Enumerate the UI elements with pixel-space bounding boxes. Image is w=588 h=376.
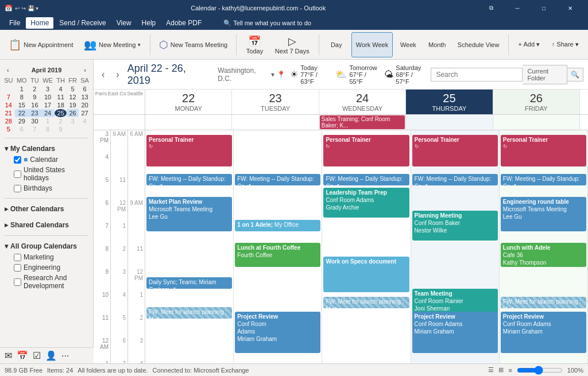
mini-cal-day[interactable]: 26 <box>67 109 79 117</box>
contacts-icon[interactable]: 👤 <box>45 350 57 361</box>
mini-cal-today[interactable]: 25 <box>55 109 67 117</box>
mini-cal-day[interactable]: 17 <box>41 101 55 109</box>
mini-cal-day[interactable]: 7 <box>29 125 41 133</box>
time-grid-scroll[interactable]: 3 PM 9 AM 6 AM 4 5 11 <box>94 130 588 363</box>
menu-adobe[interactable]: Adobe PDF <box>161 17 206 29</box>
week-view-button[interactable]: Week <box>395 32 421 57</box>
mini-cal-day[interactable]: 3 <box>67 117 79 125</box>
search-button[interactable]: 🔍 <box>567 68 583 82</box>
work-specs-wed[interactable]: Work on Specs document <box>323 257 409 292</box>
add-button[interactable]: + Add ▾ <box>513 32 544 57</box>
mini-cal-day[interactable]: 28 <box>2 117 15 125</box>
calendar-item-calendar[interactable]: ■ Calendar <box>5 154 88 165</box>
mini-cal-day[interactable]: 13 <box>79 93 91 101</box>
more-icon[interactable]: ··· <box>61 351 69 361</box>
maximize-button[interactable]: □ <box>531 0 557 16</box>
mini-cal-day[interactable]: 8 <box>15 93 29 101</box>
calendar-item-research[interactable]: Research And Development <box>5 273 88 291</box>
shared-calendars-header[interactable]: ▸ Shared Calendars <box>5 219 88 231</box>
fw-meeting-thu[interactable]: FW: Meeting -- Daily Standup: Co ↺ <box>412 174 498 185</box>
share-button[interactable]: ↑ Share ▾ <box>547 32 583 57</box>
search-input[interactable] <box>431 68 523 82</box>
mini-cal-day[interactable]: 27 <box>79 109 91 117</box>
location-dropdown[interactable]: ▾ <box>271 71 274 79</box>
sales-training-event[interactable]: Sales Training; Conf Room Baker; K... <box>320 115 405 129</box>
menu-home[interactable]: Home <box>26 17 53 29</box>
today-button[interactable]: 📅 Today <box>241 32 268 57</box>
mini-cal-day[interactable]: 5 <box>2 125 15 133</box>
personal-trainer-fri[interactable]: Personal Trainer ↻ <box>501 135 586 166</box>
fw-meeting-wed[interactable]: FW: Meeting -- Daily Standup: Co ↺ <box>323 174 409 185</box>
daily-sync-mon[interactable]: Daily Sync; Teams; Miriam Graham ↺ <box>146 277 232 289</box>
mini-cal-day[interactable]: 6 <box>15 125 29 133</box>
mini-cal-day[interactable]: 9 <box>29 93 41 101</box>
mini-cal-day[interactable]: 6 <box>79 85 91 93</box>
mini-cal-day[interactable]: 22 <box>15 109 29 117</box>
fw-meeting-fri[interactable]: FW: Meeting -- Daily Standup: Co ↺ <box>501 174 586 185</box>
project-review-tue[interactable]: Project Review Conf Room Adams Miriam Gr… <box>235 312 320 353</box>
menu-view[interactable]: View <box>112 17 136 29</box>
personal-trainer-mon[interactable]: Personal Trainer ↻ <box>146 135 232 166</box>
mini-cal-day[interactable]: 12 <box>67 93 79 101</box>
lunch-fourth-coffee-tue[interactable]: Lunch at Fourth Coffee Fourth Coffee <box>235 243 320 267</box>
new-appointment-button[interactable]: 📋 New Appointment <box>5 32 78 57</box>
mini-cal-day[interactable] <box>79 125 91 133</box>
personal-trainer-wed[interactable]: Personal Trainer ↻ <box>323 135 409 166</box>
view-grid-icon[interactable]: ⊞ <box>498 366 504 374</box>
calendar-item-birthdays[interactable]: Birthdays <box>5 183 88 193</box>
view-list-icon[interactable]: ☰ <box>488 366 494 374</box>
all-group-header[interactable]: ▾ All Group Calendars <box>5 241 88 252</box>
mini-cal-day[interactable]: 9 <box>55 125 67 133</box>
mini-cal-day[interactable]: 7 <box>2 93 15 101</box>
one-on-one-adele-tue[interactable]: 1 on 1 Adele; My Office <box>235 220 320 231</box>
menu-file[interactable]: File <box>5 17 25 29</box>
mini-cal-day[interactable]: 20 <box>79 101 91 109</box>
birthdays-checkbox[interactable] <box>14 185 21 192</box>
market-plan-mon[interactable]: Market Plan Review Microsoft Teams Meeti… <box>146 197 232 231</box>
mini-cal-day[interactable]: 2 <box>29 85 41 93</box>
mini-cal-day[interactable]: 23 <box>29 109 41 117</box>
marketing-checkbox[interactable] <box>14 254 21 261</box>
research-checkbox[interactable] <box>14 278 21 286</box>
mini-cal-day[interactable]: 15 <box>15 101 29 109</box>
eng-roundtable-fri[interactable]: Engineering round table Microsoft Teams … <box>501 197 586 231</box>
project-review-fri[interactable]: Project Review Conf Room Adams Miriam Gr… <box>501 312 586 353</box>
fw-meet-launch-wed[interactable]: FW: Meet for launch planning : M ↺ <box>323 297 409 308</box>
my-calendars-header[interactable]: ▾ My Calendars <box>5 143 88 154</box>
mini-cal-day[interactable]: 10 <box>41 93 55 101</box>
fw-meeting-tue[interactable]: FW: Meeting -- Daily Standup: Co ↺ <box>235 174 320 185</box>
mini-cal-day[interactable]: 3 <box>41 85 55 93</box>
mini-cal-day[interactable]: 21 <box>2 109 15 117</box>
calendar-checkbox[interactable] <box>14 156 21 164</box>
personal-trainer-thu[interactable]: Personal Trainer ↻ <box>412 135 498 166</box>
menu-send-receive[interactable]: Send / Receive <box>55 17 110 29</box>
mini-cal-day[interactable]: 11 <box>55 93 67 101</box>
tasks-icon[interactable]: ☑ <box>33 350 41 361</box>
mini-cal-day[interactable]: 19 <box>67 101 79 109</box>
mini-cal-day[interactable]: 5 <box>67 85 79 93</box>
mini-cal-day[interactable]: 16 <box>29 101 41 109</box>
day-view-button[interactable]: Day <box>324 32 349 57</box>
prev-week-button[interactable]: ‹ <box>98 67 108 82</box>
zoom-slider[interactable] <box>517 366 563 375</box>
leadership-prep-wed[interactable]: Leadership Team Prep Conf Room Adams Gra… <box>323 188 409 218</box>
mini-cal-day[interactable] <box>67 125 79 133</box>
new-meeting-button[interactable]: 👥 New Meeting ▾ <box>80 32 145 57</box>
fw-meet-launch-fri[interactable]: FW: Meet for launch planning : M ↺ <box>501 297 586 308</box>
restore-button[interactable]: ⧉ <box>478 0 504 16</box>
fw-meet-launch-mon[interactable]: FW: Meet for launch planning : M ↺ <box>146 307 232 319</box>
mini-cal-day[interactable]: 2 <box>55 117 67 125</box>
lunch-adele-fri[interactable]: Lunch with Adele Cafe 36 Kathy Thompson <box>501 243 586 267</box>
mini-cal-day[interactable] <box>2 85 15 93</box>
mail-icon[interactable]: ✉ <box>5 350 12 361</box>
mini-cal-day[interactable]: 1 <box>41 117 55 125</box>
calendar-item-marketing[interactable]: Marketing <box>5 252 88 262</box>
calendar-item-engineering[interactable]: Engineering <box>5 262 88 273</box>
mini-cal-day[interactable]: 4 <box>79 117 91 125</box>
menu-help[interactable]: Help <box>137 17 161 29</box>
project-review-thu[interactable]: Project Review Conf Room Adams Miriam Gr… <box>412 312 498 353</box>
mini-cal-day[interactable]: 24 <box>41 109 55 117</box>
mini-cal-day[interactable]: 14 <box>2 101 15 109</box>
tell-me[interactable]: 🔍 Tell me what you want to do <box>219 18 316 29</box>
planning-meeting-thu[interactable]: Planning Meeting Conf Room Baker Nestor … <box>412 211 498 241</box>
